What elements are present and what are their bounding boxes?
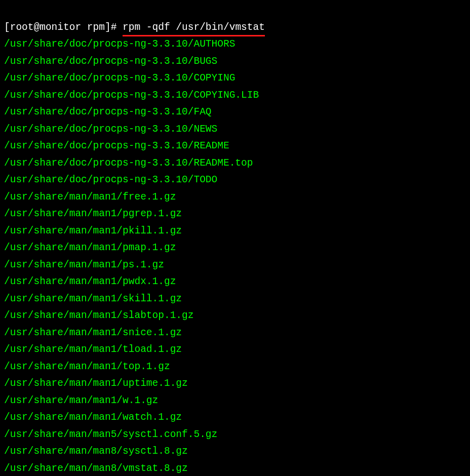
output-line: /usr/share/doc/procps-ng-3.3.10/COPYING.… — [4, 87, 466, 104]
output-line: /usr/share/man/man1/w.1.gz — [4, 392, 466, 410]
output-line: /usr/share/doc/procps-ng-3.3.10/README.t… — [4, 155, 466, 172]
output-line: /usr/share/man/man8/sysctl.8.gz — [4, 443, 466, 460]
output-line: /usr/share/doc/procps-ng-3.3.10/README — [4, 138, 466, 155]
output-line: /usr/share/doc/procps-ng-3.3.10/TODO — [4, 172, 466, 189]
command-wrap: rpm -qdf /usr/bin/vmstat — [123, 19, 265, 36]
output-line: /usr/share/man/man1/uptime.1.gz — [4, 375, 466, 392]
output-line: /usr/share/man/man1/free.1.gz — [4, 189, 466, 206]
output-line: /usr/share/doc/procps-ng-3.3.10/FAQ — [4, 104, 466, 121]
output-line: /usr/share/doc/procps-ng-3.3.10/NEWS — [4, 121, 466, 138]
output-line: /usr/share/man/man1/pkill.1.gz — [4, 223, 466, 240]
output-line: /usr/share/doc/procps-ng-3.3.10/BUGS — [4, 53, 466, 70]
output-line: /usr/share/man/man1/watch.1.gz — [4, 409, 466, 426]
typed-command: rpm -qdf /usr/bin/vmstat — [123, 22, 265, 33]
prompt-line-1: [root@monitor rpm]# rpm -qdf /usr/bin/vm… — [4, 19, 466, 36]
output-line: /usr/share/man/man1/ps.1.gz — [4, 257, 466, 274]
output-line: /usr/share/doc/procps-ng-3.3.10/COPYING — [4, 70, 466, 87]
output-line: /usr/share/man/man1/top.1.gz — [4, 359, 466, 376]
output-line: /usr/share/man/man1/pmap.1.gz — [4, 240, 466, 257]
annotation-underline — [123, 35, 265, 36]
output-line: /usr/share/man/man1/tload.1.gz — [4, 341, 466, 359]
output-line: /usr/share/man/man8/vmstat.8.gz — [4, 460, 466, 477]
output-line: /usr/share/man/man5/sysctl.conf.5.gz — [4, 426, 466, 444]
terminal-output[interactable]: [root@monitor rpm]# rpm -qdf /usr/bin/vm… — [4, 2, 466, 476]
output-line: /usr/share/doc/procps-ng-3.3.10/AUTHORS — [4, 36, 466, 53]
output-line: /usr/share/man/man1/snice.1.gz — [4, 325, 466, 342]
output-line: /usr/share/man/man1/skill.1.gz — [4, 291, 466, 308]
output-line: /usr/share/man/man1/pgrep.1.gz — [4, 206, 466, 223]
output-line: /usr/share/man/man1/slabtop.1.gz — [4, 307, 466, 325]
shell-prompt: [root@monitor rpm]# — [4, 22, 123, 33]
output-line: /usr/share/man/man1/pwdx.1.gz — [4, 273, 466, 291]
